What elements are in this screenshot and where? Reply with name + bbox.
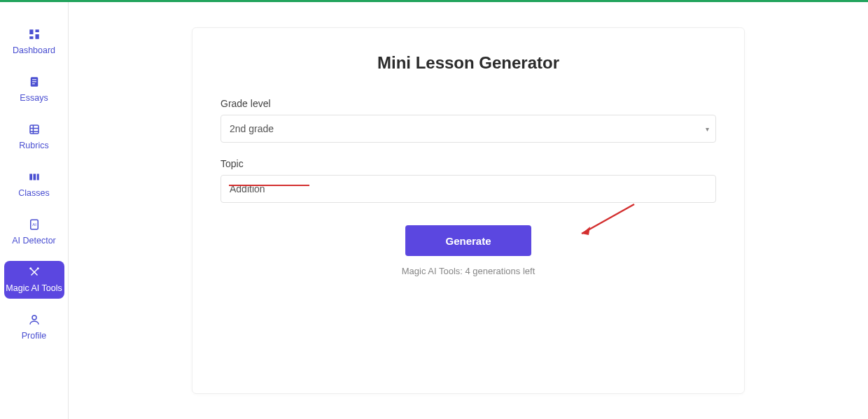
generations-left-status: Magic AI Tools: 4 generations left [402,266,536,276]
svg-point-18 [37,268,38,269]
svg-line-20 [582,204,634,234]
sidebar-item-classes[interactable]: Classes [4,166,64,204]
annotation-arrow [575,201,638,241]
sidebar-item-label: AI Detector [12,236,56,246]
svg-point-17 [30,268,31,269]
grade-level-label: Grade level [220,98,716,109]
svg-text:AI: AI [32,222,36,227]
sidebar-item-ai-detector[interactable]: AI AI Detector [4,213,64,251]
sidebar-item-profile[interactable]: Profile [4,308,64,346]
sidebar-item-essays[interactable]: Essays [4,71,64,108]
sidebar-item-label: Magic AI Tools [6,283,62,293]
svg-rect-14 [36,174,38,180]
svg-rect-1 [35,29,38,32]
ai-detector-icon: AI [27,218,41,232]
sidebar-item-label: Classes [18,188,49,198]
svg-marker-21 [582,227,590,235]
page-title: Mini Lesson Generator [220,53,716,73]
dashboard-icon [27,27,41,41]
svg-rect-13 [33,174,36,180]
sidebar-item-label: Dashboard [13,45,55,55]
classes-icon [27,170,41,184]
sidebar-item-label: Rubrics [19,141,48,150]
svg-rect-8 [30,125,38,134]
svg-rect-2 [35,34,38,39]
sidebar-item-rubrics[interactable]: Rubrics [4,118,64,156]
sidebar-item-label: Essays [20,93,48,103]
grade-level-select[interactable]: 2nd grade [220,115,716,143]
sidebar-item-dashboard[interactable]: Dashboard [4,23,64,61]
sidebar-item-label: Profile [22,331,46,341]
annotation-underline [229,185,309,186]
lesson-generator-card: Mini Lesson Generator Grade level 2nd gr… [192,27,745,394]
sidebar: Dashboard Essays Rubrics Classes AI AI D… [0,2,69,419]
sidebar-item-magic-ai-tools[interactable]: Magic AI Tools [4,261,64,299]
topic-input[interactable] [220,175,716,203]
svg-rect-12 [29,174,32,180]
svg-rect-5 [32,79,36,80]
topic-label: Topic [220,158,716,169]
svg-point-19 [32,315,36,320]
svg-rect-6 [32,81,36,82]
svg-rect-7 [32,83,35,84]
main-content: Mini Lesson Generator Grade level 2nd gr… [69,2,868,419]
magic-tools-icon [27,265,41,279]
rubrics-icon [27,122,41,136]
svg-rect-0 [29,29,33,34]
profile-icon [27,313,41,327]
generate-button[interactable]: Generate [405,225,531,256]
essays-icon [27,75,41,89]
svg-rect-3 [29,36,33,39]
